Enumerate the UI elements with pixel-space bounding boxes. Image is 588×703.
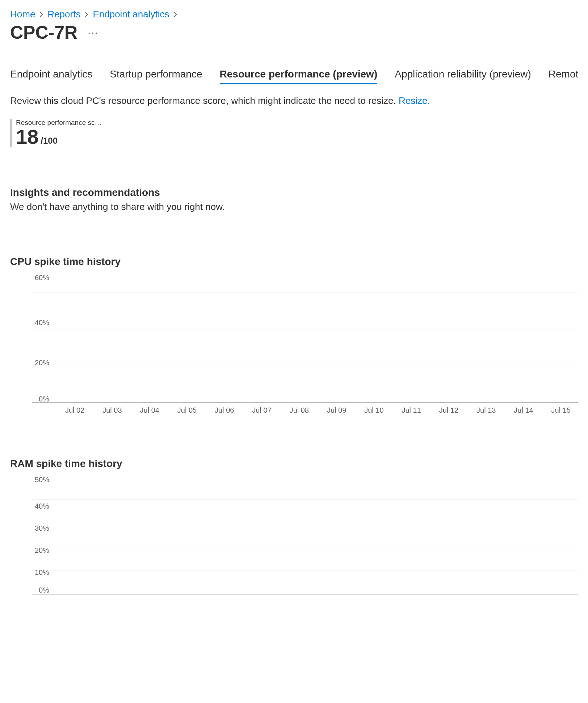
tab-application-reliability[interactable]: Application reliability (preview)	[395, 68, 531, 84]
score-card: Resource performance sc… 18 /100	[10, 119, 102, 147]
chart-divider	[10, 270, 578, 270]
chevron-right-icon	[84, 10, 89, 19]
breadcrumb-reports[interactable]: Reports	[47, 9, 80, 20]
tab-resource-performance[interactable]: Resource performance (preview)	[220, 68, 378, 84]
tab-endpoint-analytics[interactable]: Endpoint analytics	[10, 68, 92, 84]
score-value-row: 18 /100	[16, 127, 58, 147]
resize-link[interactable]: Resize.	[399, 95, 430, 106]
chevron-right-icon	[39, 10, 44, 19]
breadcrumb-home[interactable]: Home	[10, 9, 35, 20]
cpu-chart: 60%40%20%0%	[10, 274, 578, 418]
score-value: 18	[16, 127, 38, 147]
chart-divider	[10, 472, 578, 472]
cpu-chart-plot	[32, 274, 578, 403]
insights-heading: Insights and recommendations	[10, 187, 578, 198]
description-text: Review this cloud PC's resource performa…	[10, 95, 399, 106]
chevron-right-icon	[173, 10, 178, 19]
ram-chart-plot	[32, 476, 578, 594]
cpu-chart-title: CPU spike time history	[10, 256, 578, 268]
page-title: CPC-7R	[10, 22, 77, 43]
score-denominator: /100	[41, 136, 58, 146]
tab-remoting[interactable]: Remot	[549, 68, 578, 84]
more-actions-icon[interactable]: ···	[88, 27, 98, 38]
insights-body: We don't have anything to share with you…	[10, 201, 578, 212]
description: Review this cloud PC's resource performa…	[10, 95, 578, 106]
breadcrumb: Home Reports Endpoint analytics	[10, 9, 578, 20]
ram-chart: 50%40%30%20%10%0%	[10, 476, 578, 610]
breadcrumb-endpoint-analytics[interactable]: Endpoint analytics	[93, 9, 169, 20]
ram-chart-title: RAM spike time history	[10, 458, 578, 470]
page-title-row: CPC-7R ···	[10, 22, 578, 43]
ram-chart-section: RAM spike time history 50%40%30%20%10%0%…	[10, 458, 578, 610]
cpu-chart-section: CPU spike time history 60%40%20%0% Jul 0…	[10, 256, 578, 414]
tab-startup-performance[interactable]: Startup performance	[110, 68, 202, 84]
tabs: Endpoint analytics Startup performance R…	[10, 68, 578, 84]
